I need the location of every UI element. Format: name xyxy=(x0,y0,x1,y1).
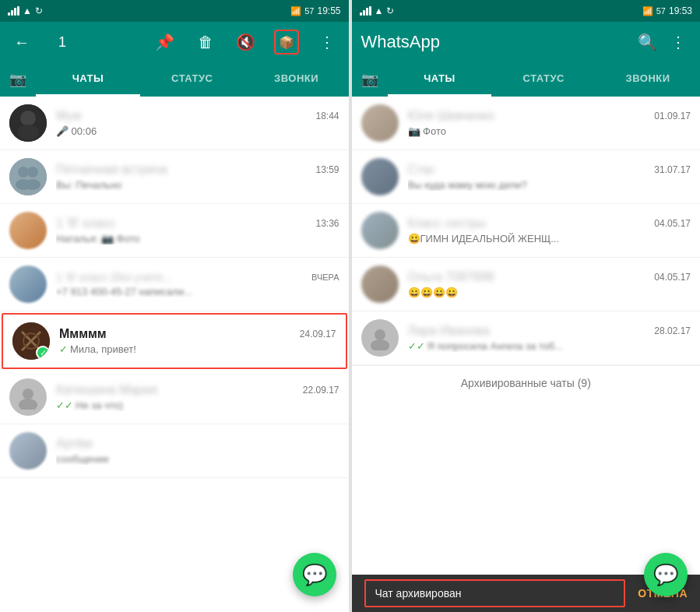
right-avatar-olga xyxy=(361,266,399,303)
right-chat-time-lara: 28.02.17 xyxy=(654,325,691,336)
right-tab-bar: 📷 ЧАТЫ СТАТУС ЗВОНКИ xyxy=(352,62,701,97)
svg-point-7 xyxy=(25,179,40,190)
right-avatar-klass-sestry xyxy=(361,212,399,249)
chat-item-klass1[interactable]: 1 'В' класс 13:36 Наталья: 📷 Фото xyxy=(0,204,349,258)
app-title: WhatsApp xyxy=(361,32,629,52)
chat-content-artem: Артём сообщение xyxy=(56,437,339,465)
chat-preview-artem: сообщение xyxy=(56,453,339,465)
tab-calls-right[interactable]: ЗВОНКИ xyxy=(596,62,700,97)
chat-item-mmmmm[interactable]: ✓ Ммммм 24.09.17 ✓ Мила, привет! xyxy=(2,313,347,369)
svg-point-2 xyxy=(17,125,39,140)
right-camera-icon[interactable]: 📷 xyxy=(352,71,388,88)
right-chat-content-olga: Ольга 7097898 04.05.17 😀😀😀😀 xyxy=(408,270,691,298)
right-avatar-lara xyxy=(361,319,399,357)
svg-point-4 xyxy=(18,167,29,178)
search-button[interactable]: 🔍 xyxy=(635,30,660,55)
chat-name-pyatnica: Пятничная встреча xyxy=(56,163,167,177)
left-status-left: ▲ ↻ xyxy=(8,5,43,16)
svg-point-14 xyxy=(375,329,385,340)
svg-point-15 xyxy=(371,339,389,350)
right-status-left: ▲ ↻ xyxy=(360,5,395,16)
chat-preview-katyusha: ✓✓ Не за что) xyxy=(56,399,339,411)
right-chat-time-stas: 31.07.17 xyxy=(654,164,691,175)
right-chat-time-olga: 04.05.17 xyxy=(654,272,691,283)
tab-chats-left[interactable]: ЧАТЫ xyxy=(36,62,140,97)
chat-item-klass2[interactable]: 1 'В' класс (без учите... ВЧЕРА +7 913 4… xyxy=(0,258,349,311)
left-action-bar: ← 1 📌 🗑 🔇 📦 ⋮ xyxy=(0,22,349,62)
battery-level: 57 xyxy=(304,6,314,16)
right-signal-icon xyxy=(360,6,371,16)
chat-content-pyatnica: Пятничная встреча 13:59 Вы: Печально xyxy=(56,163,339,191)
right-wifi-icon: 📶 xyxy=(642,6,653,16)
chat-item-pyatnica[interactable]: Пятничная встреча 13:59 Вы: Печально xyxy=(0,150,349,204)
right-sync-icon: ↻ xyxy=(386,5,394,16)
right-chat-item-yulya[interactable]: Юля Шевченко 01.09.17 📷 Фото xyxy=(352,97,701,150)
right-chat-item-klass-sestry[interactable]: Класс сестры 04.05.17 😀ГИМН ИДЕАЛЬНОЙ ЖЕ… xyxy=(352,204,701,258)
archived-banner[interactable]: Архивированные чаты (9) xyxy=(352,365,701,400)
chat-content-katyusha: Катюшина Мария 22.09.17 ✓✓ Не за что) xyxy=(56,383,339,411)
chat-content-klass2: 1 'В' класс (без учите... ВЧЕРА +7 913 4… xyxy=(56,271,339,297)
right-chat-preview-stas: Вы куда маму мою дели? xyxy=(408,179,691,191)
right-chat-item-stas[interactable]: Стас 31.07.17 Вы куда маму мою дели? xyxy=(352,150,701,204)
right-chat-preview-olga: 😀😀😀😀 xyxy=(408,287,691,298)
sync-icon: ↻ xyxy=(35,5,43,16)
chat-name-klass2: 1 'В' класс (без учите... xyxy=(56,271,172,283)
right-chat-name-stas: Стас xyxy=(408,163,436,177)
pin-button[interactable]: 📌 xyxy=(153,30,178,55)
tab-calls-left[interactable]: ЗВОНКИ xyxy=(244,62,349,97)
right-status-bar: ▲ ↻ 📶 57 19:53 xyxy=(352,0,701,22)
right-chat-list: Юля Шевченко 01.09.17 📷 Фото Стас 31.07.… xyxy=(352,97,701,575)
avatar-artem xyxy=(9,432,47,470)
delete-button[interactable]: 🗑 xyxy=(193,30,218,55)
alert-icon: ▲ xyxy=(23,5,32,16)
right-avatar-yulya xyxy=(361,104,399,142)
selection-count: 1 xyxy=(50,30,75,55)
chat-time-klass1: 13:36 xyxy=(315,218,339,229)
chat-name-mmmmm: Ммммм xyxy=(59,327,107,341)
chat-preview-klass1: Наталья: 📷 Фото xyxy=(56,233,339,244)
tab-status-right[interactable]: СТАТУС xyxy=(491,62,596,97)
right-more-button[interactable]: ⋮ xyxy=(666,30,691,55)
chat-item-myzh[interactable]: Муж 18:44 🎤 00:06 xyxy=(0,97,349,150)
new-chat-fab[interactable]: 💬 xyxy=(293,553,336,596)
left-status-bar: ▲ ↻ 📶 57 19:55 xyxy=(0,0,349,22)
avatar-myzh xyxy=(9,104,47,142)
chat-time-pyatnica: 13:59 xyxy=(315,164,339,175)
right-chat-name-klass-sestry: Класс сестры xyxy=(408,216,487,230)
back-button[interactable]: ← xyxy=(9,30,34,55)
mute-button[interactable]: 🔇 xyxy=(234,30,259,55)
right-new-chat-fab[interactable]: 💬 xyxy=(644,553,688,596)
right-status-right: 📶 57 19:53 xyxy=(642,5,692,16)
right-chat-preview-lara: ✓✓ Я попросила Ангела за тоб... xyxy=(408,340,691,352)
snackbar-message-container: Чат архивирован xyxy=(364,579,626,607)
chat-item-katyusha[interactable]: Катюшина Мария 22.09.17 ✓✓ Не за что) xyxy=(0,371,349,424)
chat-name-myzh: Муж xyxy=(56,109,81,123)
archive-button[interactable]: 📦 xyxy=(274,30,299,55)
left-tab-bar: 📷 ЧАТЫ СТАТУС ЗВОНКИ xyxy=(0,62,349,97)
chat-time-klass2: ВЧЕРА xyxy=(311,273,339,282)
right-chat-name-lara: Лара Иванова xyxy=(408,324,490,338)
left-chat-list: Муж 18:44 🎤 00:06 xyxy=(0,97,349,612)
chat-time-mmmmm: 24.09.17 xyxy=(300,329,336,339)
avatar-mmmmm: ✓ xyxy=(12,322,50,360)
right-chat-item-olga[interactable]: Ольга 7097898 04.05.17 😀😀😀😀 xyxy=(352,258,701,311)
right-chat-time-klass-sestry: 04.05.17 xyxy=(654,218,691,229)
chat-name-artem: Артём xyxy=(56,437,92,451)
camera-icon[interactable]: 📷 xyxy=(0,71,36,88)
avatar-pyatnica xyxy=(9,158,47,195)
tab-chats-right[interactable]: ЧАТЫ xyxy=(388,62,492,97)
svg-point-13 xyxy=(19,399,37,410)
right-screen: ▲ ↻ 📶 57 19:53 WhatsApp 🔍 ⋮ 📷 ЧАТЫ СТАТУ… xyxy=(352,0,701,612)
snackbar-message: Чат архивирован xyxy=(375,587,615,600)
chat-preview-myzh: 🎤 00:06 xyxy=(56,125,339,137)
chat-icon: 💬 xyxy=(302,563,327,587)
chat-item-artem[interactable]: Артём сообщение xyxy=(0,424,349,478)
chat-name-klass1: 1 'В' класс xyxy=(56,216,115,230)
right-chat-name-olga: Ольга 7097898 xyxy=(408,270,494,284)
svg-point-1 xyxy=(20,111,36,126)
tab-status-left[interactable]: СТАТУС xyxy=(140,62,244,97)
right-chat-item-lara[interactable]: Лара Иванова 28.02.17 ✓✓ Я попросила Анг… xyxy=(352,311,701,365)
chat-name-katyusha: Катюшина Мария xyxy=(56,383,157,397)
wifi-icon: 📶 xyxy=(290,6,301,16)
more-button[interactable]: ⋮ xyxy=(315,30,339,55)
